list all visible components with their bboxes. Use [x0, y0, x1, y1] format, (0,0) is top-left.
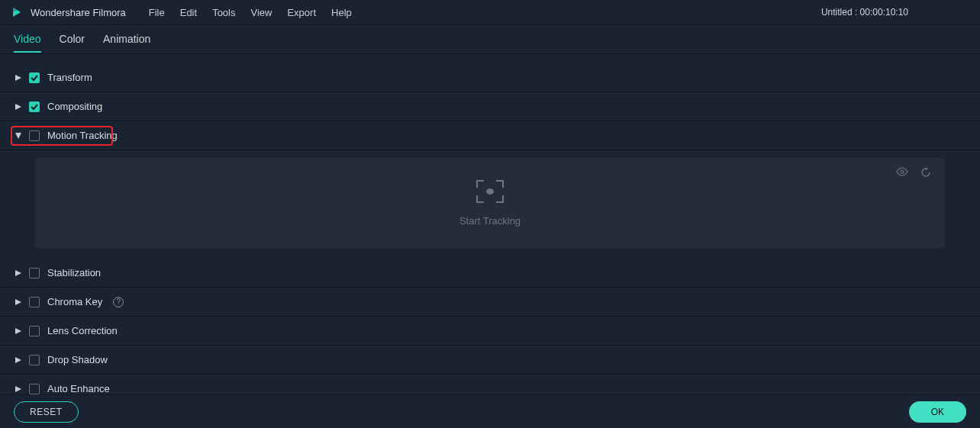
chevron-right-icon — [15, 298, 23, 306]
property-tabs: Video Color Animation — [0, 25, 980, 54]
properties-panel: Transform Compositing Motion Tracking St… — [0, 54, 980, 394]
section-motion-tracking[interactable]: Motion Tracking — [0, 121, 980, 150]
panel-actions — [896, 167, 931, 178]
section-stabilization[interactable]: Stabilization — [0, 259, 980, 288]
checkbox-transform[interactable] — [29, 72, 40, 83]
motion-tracking-panel: Start Tracking — [35, 158, 945, 248]
chevron-right-icon — [15, 103, 23, 111]
checkbox-motion-tracking[interactable] — [29, 130, 40, 141]
chevron-right-icon — [15, 269, 23, 277]
menu-view[interactable]: View — [250, 7, 272, 18]
main-menu: File Edit Tools View Export Help — [149, 7, 352, 18]
chevron-right-icon — [15, 385, 23, 393]
section-label: Motion Tracking — [47, 130, 118, 141]
section-auto-enhance[interactable]: Auto Enhance — [0, 375, 980, 394]
svg-marker-10 — [15, 357, 21, 363]
project-title: Untitled : 00:00:10:10 — [821, 7, 969, 18]
app-name: Wondershare Filmora — [31, 7, 126, 18]
tab-video[interactable]: Video — [14, 26, 41, 53]
svg-marker-3 — [15, 104, 21, 110]
visibility-icon[interactable] — [896, 167, 908, 178]
tab-color[interactable]: Color — [60, 26, 85, 53]
reset-icon[interactable] — [920, 167, 931, 178]
svg-marker-2 — [15, 75, 21, 81]
svg-marker-11 — [15, 386, 21, 392]
section-label: Lens Correction — [47, 325, 118, 336]
chevron-down-icon — [15, 132, 23, 140]
section-lens-correction[interactable]: Lens Correction — [0, 317, 980, 346]
tracking-target-icon[interactable] — [476, 180, 504, 203]
section-label: Compositing — [47, 101, 102, 112]
checkbox-chroma-key[interactable] — [29, 297, 40, 307]
menu-edit[interactable]: Edit — [180, 7, 197, 18]
svg-marker-9 — [15, 328, 21, 334]
section-label: Transform — [47, 72, 92, 83]
chevron-right-icon — [15, 327, 23, 335]
menu-tools[interactable]: Tools — [212, 7, 235, 18]
chevron-right-icon — [15, 74, 23, 82]
start-tracking-label[interactable]: Start Tracking — [459, 215, 521, 227]
section-compositing[interactable]: Compositing — [0, 92, 980, 121]
svg-marker-6 — [926, 167, 928, 170]
svg-marker-7 — [15, 270, 21, 276]
menu-file[interactable]: File — [149, 7, 165, 18]
tab-animation[interactable]: Animation — [103, 26, 150, 53]
section-chroma-key[interactable]: Chroma Key ? — [0, 288, 980, 317]
section-label: Drop Shadow — [47, 354, 108, 365]
section-label: Auto Enhance — [47, 383, 110, 394]
section-label: Chroma Key — [47, 296, 102, 307]
chevron-right-icon — [15, 356, 23, 364]
section-drop-shadow[interactable]: Drop Shadow — [0, 346, 980, 375]
section-label: Stabilization — [47, 267, 101, 278]
svg-point-5 — [901, 170, 904, 173]
checkbox-drop-shadow[interactable] — [29, 355, 40, 365]
svg-marker-4 — [15, 133, 21, 139]
reset-button[interactable]: RESET — [14, 401, 79, 423]
section-transform[interactable]: Transform — [0, 63, 980, 92]
app-logo-icon — [11, 6, 23, 18]
menu-export[interactable]: Export — [287, 7, 316, 18]
menu-help[interactable]: Help — [331, 7, 352, 18]
help-icon[interactable]: ? — [113, 297, 124, 307]
checkbox-stabilization[interactable] — [29, 268, 40, 278]
titlebar: Wondershare Filmora File Edit Tools View… — [0, 0, 980, 25]
footer-bar: RESET OK — [0, 394, 980, 428]
checkbox-compositing[interactable] — [29, 101, 40, 112]
svg-marker-8 — [15, 299, 21, 305]
checkbox-lens-correction[interactable] — [29, 326, 40, 336]
ok-button[interactable]: OK — [909, 401, 966, 423]
checkbox-auto-enhance[interactable] — [29, 384, 40, 394]
